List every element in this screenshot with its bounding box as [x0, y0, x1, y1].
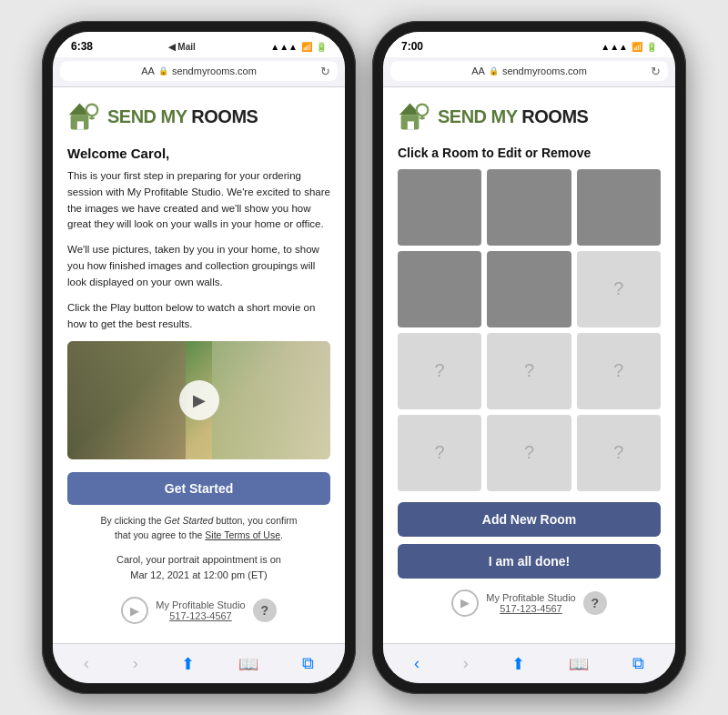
studio-info-1: ▶ My Profitable Studio 517-123-4567 ? — [67, 597, 330, 624]
done-button[interactable]: I am all done! — [398, 544, 661, 579]
url-text-2: sendmyrooms.com — [502, 65, 587, 76]
studio-name-1: My Profitable Studio — [156, 599, 245, 610]
reload-icon-2[interactable]: ↻ — [651, 65, 661, 78]
room-cell-12[interactable]: ? — [577, 415, 661, 491]
phone-1-screen: 6:38 ◀ Mail ▲▲▲ 📶 🔋 AA 🔒 sendmyrooms.com… — [53, 32, 345, 683]
studio-info-2: ▶ My Profitable Studio 517-123-4567 ? — [398, 589, 661, 617]
status-bar-2: 7:00 ▲▲▲ 📶 🔋 — [383, 32, 675, 57]
play-circle-2[interactable]: ▶ — [451, 589, 479, 617]
studio-details-1: My Profitable Studio 517-123-4567 — [156, 599, 245, 621]
room-grid: ? ? ? ? ? ? ? — [398, 169, 661, 491]
help-button-1[interactable]: ? — [253, 599, 277, 622]
tabs-button-1[interactable]: ⧉ — [295, 652, 321, 675]
welcome-heading: Welcome Carol, — [67, 146, 330, 161]
studio-name-2: My Profitable Studio — [486, 592, 575, 603]
video-thumbnail[interactable]: ▶ — [67, 341, 330, 459]
section-heading: Click a Room to Edit or Remove — [398, 146, 661, 160]
battery-icon-2: 🔋 — [646, 42, 657, 52]
video-play-button[interactable]: ▶ — [179, 380, 219, 420]
logo-text-2: SEND MY ROOMS — [438, 106, 588, 127]
appointment-text: Carol, your portrait appointment is on M… — [67, 552, 330, 584]
studio-details-2: My Profitable Studio 517-123-4567 — [486, 592, 575, 614]
status-icons-1: ▲▲▲ 📶 🔋 — [270, 42, 327, 52]
status-icons-2: ▲▲▲ 📶 🔋 — [601, 42, 657, 52]
terms-link[interactable]: Site Terms of Use — [205, 529, 280, 540]
room-cell-8[interactable]: ? — [487, 333, 571, 409]
get-started-button[interactable]: Get Started — [67, 472, 330, 505]
browser-aa-2[interactable]: AA — [471, 65, 485, 76]
lock-icon-2: 🔒 — [489, 66, 499, 76]
status-time-2: 7:00 — [401, 40, 423, 53]
status-time-1: 6:38 — [71, 40, 93, 53]
page-content-1: SEND MY ROOMS Welcome Carol, This is you… — [53, 87, 345, 643]
add-new-room-button[interactable]: Add New Room — [398, 502, 661, 537]
room-cell-10[interactable]: ? — [398, 415, 481, 491]
svg-point-9 — [417, 105, 429, 116]
bottom-bar-1: ‹ › ⬆ 📖 ⧉ — [53, 643, 345, 683]
browser-aa-1[interactable]: AA — [141, 65, 155, 76]
room-cell-9[interactable]: ? — [577, 333, 661, 409]
svg-point-3 — [86, 105, 98, 116]
help-button-2[interactable]: ? — [583, 591, 607, 615]
room-cell-7[interactable]: ? — [398, 333, 481, 409]
logo-area-1: SEND MY ROOMS — [67, 100, 330, 133]
room-cell-5[interactable] — [487, 251, 571, 327]
logo-icon-2 — [398, 100, 430, 133]
video-left-overlay — [67, 341, 186, 459]
body-text-3: Click the Play button below to watch a s… — [67, 300, 330, 333]
url-bar-2[interactable]: AA 🔒 sendmyrooms.com ↻ — [390, 61, 668, 81]
room-cell-1[interactable] — [398, 169, 481, 246]
room-cell-11[interactable]: ? — [487, 415, 571, 491]
signal-icon: ▲▲▲ — [270, 42, 298, 52]
svg-rect-2 — [77, 121, 84, 129]
phone-2-screen: 7:00 ▲▲▲ 📶 🔋 AA 🔒 sendmyrooms.com ↻ — [383, 32, 675, 683]
forward-button-1[interactable]: › — [126, 652, 146, 675]
terms-text: By clicking the Get Started button, you … — [67, 514, 330, 543]
browser-chrome-2: AA 🔒 sendmyrooms.com ↻ — [383, 57, 675, 87]
logo-text-1: SEND MY ROOMS — [107, 106, 258, 127]
forward-button-2[interactable]: › — [456, 652, 476, 675]
back-button-1[interactable]: ‹ — [76, 652, 96, 675]
logo-area-2: SEND MY ROOMS — [398, 100, 661, 133]
bookmarks-button-2[interactable]: 📖 — [561, 652, 596, 676]
bookmarks-button-1[interactable]: 📖 — [231, 652, 266, 676]
page-content-2: SEND MY ROOMS Click a Room to Edit or Re… — [383, 87, 675, 643]
studio-phone-1[interactable]: 517-123-4567 — [156, 610, 245, 621]
wifi-icon: 📶 — [301, 42, 312, 52]
browser-chrome-1: AA 🔒 sendmyrooms.com ↻ — [53, 57, 345, 87]
room-cell-6[interactable]: ? — [577, 251, 661, 327]
body-text-2: We'll use pictures, taken by you in your… — [67, 242, 330, 290]
url-text-1: sendmyrooms.com — [172, 65, 257, 76]
phone-1: 6:38 ◀ Mail ▲▲▲ 📶 🔋 AA 🔒 sendmyrooms.com… — [42, 21, 356, 694]
body-text-1: This is your first step in preparing for… — [67, 168, 330, 233]
room-cell-4[interactable] — [398, 251, 481, 327]
play-circle-1[interactable]: ▶ — [121, 597, 148, 624]
lock-icon-1: 🔒 — [158, 66, 168, 76]
svg-rect-8 — [408, 121, 414, 129]
wifi-icon-2: 📶 — [632, 42, 642, 52]
signal-icon-2: ▲▲▲ — [601, 42, 628, 52]
logo-icon-1 — [67, 100, 100, 133]
reload-icon-1[interactable]: ↻ — [320, 65, 330, 78]
room-cell-3[interactable] — [577, 169, 661, 246]
bottom-bar-2: ‹ › ⬆ 📖 ⧉ — [383, 643, 675, 683]
room-cell-2[interactable] — [487, 169, 571, 246]
tabs-button-2[interactable]: ⧉ — [625, 652, 652, 675]
share-button-1[interactable]: ⬆ — [174, 652, 202, 676]
share-button-2[interactable]: ⬆ — [504, 652, 532, 676]
battery-icon: 🔋 — [316, 42, 327, 52]
back-button-2[interactable]: ‹ — [407, 652, 427, 675]
video-right-overlay — [212, 341, 330, 459]
studio-phone-2[interactable]: 517-123-4567 — [486, 603, 575, 614]
phone-2: 7:00 ▲▲▲ 📶 🔋 AA 🔒 sendmyrooms.com ↻ — [372, 21, 686, 694]
url-bar-1[interactable]: AA 🔒 sendmyrooms.com ↻ — [60, 61, 338, 81]
status-mail: ◀ Mail — [168, 42, 196, 52]
status-bar-1: 6:38 ◀ Mail ▲▲▲ 📶 🔋 — [53, 32, 345, 57]
